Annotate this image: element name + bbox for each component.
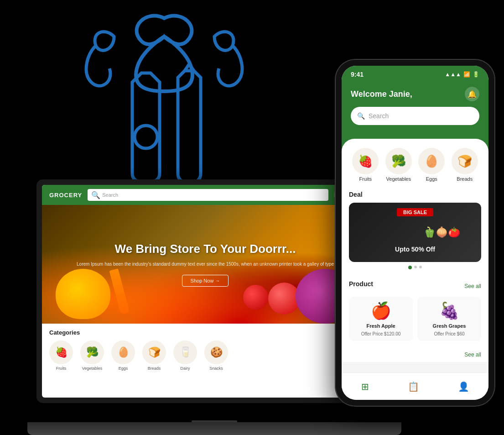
laptop-search-bar[interactable]: 🔍 Search xyxy=(88,189,328,201)
list-item[interactable]: 🍞 Breads xyxy=(142,341,166,371)
phone-welcome-row: Welcome Janie, 🔔 xyxy=(351,87,479,101)
list-item[interactable]: 🥦 Vegetables xyxy=(80,341,104,371)
laptop-search-text: Search xyxy=(102,192,118,198)
laptop-bezel: GROCERY 🔍 Search 🔔 👤 xyxy=(36,179,374,403)
phone-nav-orders[interactable]: 📋 xyxy=(408,381,419,392)
phone-nav-home[interactable]: ⊞ xyxy=(361,381,369,392)
phone-cat-fruits-label: Fruits xyxy=(359,176,372,182)
phone-cat-vegetables-label: Vegetables xyxy=(386,176,411,182)
produce-pepper: 🫑 xyxy=(423,226,436,238)
phone-time: 9:41 xyxy=(351,71,364,78)
list-item[interactable]: 🍪 Snacks xyxy=(204,341,228,371)
phone-see-all-text[interactable]: See all xyxy=(464,351,481,358)
phone-category-row: 🍓 Fruits 🥦 Vegetables 🥚 Eggs 🍞 Breads xyxy=(349,148,481,182)
product-apple-price: Offer Price $120.00 xyxy=(361,331,401,336)
phone: 9:41 ▲▲▲ 📶 🔋 Welcome Janie, 🔔 🔍 Search xyxy=(335,59,499,415)
phone-cat-fruits-icon: 🍓 xyxy=(352,148,379,174)
laptop-hero: We Bring Store To Your Doorrr... Lorem I… xyxy=(42,205,369,324)
laptop-screen: GROCERY 🔍 Search 🔔 👤 xyxy=(42,185,369,398)
phone-search-icon: 🔍 xyxy=(357,112,365,120)
product-grapes-name: Gresh Grapes xyxy=(433,323,466,329)
category-label: Dairy xyxy=(180,366,190,371)
list-item[interactable]: 🍇 Gresh Grapes Offer Price $60 xyxy=(417,297,481,341)
laptop-shop-now-button[interactable]: Shop Now → xyxy=(182,275,229,287)
phone-deal-veggies: 🫑 🧅 🍅 xyxy=(402,203,481,262)
list-item[interactable]: 🥛 Dairy xyxy=(173,341,197,371)
list-item[interactable]: 🍓 Fruits xyxy=(49,341,73,371)
deal-dot-3 xyxy=(419,266,422,268)
phone-status-icons: ▲▲▲ 📶 🔋 xyxy=(445,71,479,78)
laptop-hero-title: We Bring Store To Your Doorrr... xyxy=(77,242,334,256)
background-icons xyxy=(0,0,328,201)
phone-bezel: 9:41 ▲▲▲ 📶 🔋 Welcome Janie, 🔔 🔍 Search xyxy=(335,59,495,406)
product-grapes-icon: 🍇 xyxy=(439,301,460,320)
category-label: Breads xyxy=(148,366,161,371)
laptop-hero-subtitle: Lorem Ipsum has been the industry's stan… xyxy=(77,261,334,267)
phone-product-see-all[interactable]: See all xyxy=(464,283,481,289)
phone-deal-title: Deal xyxy=(349,191,481,198)
phone-cat-vegetables-icon: 🥦 xyxy=(385,148,412,174)
phone-categories-section: 🍓 Fruits 🥦 Vegetables 🥚 Eggs 🍞 Breads xyxy=(342,139,488,191)
wifi-icon: 📶 xyxy=(463,71,470,78)
phone-bell-button[interactable]: 🔔 xyxy=(465,87,479,101)
phone-deal-section: Deal BIG SALE Upto 50% Off 🫑 🧅 🍅 xyxy=(342,191,488,275)
phone-cat-eggs-icon: 🥚 xyxy=(418,148,445,174)
product-apple-icon: 🍎 xyxy=(371,301,391,320)
list-item[interactable]: 🍞 Breads xyxy=(452,148,478,182)
list-item[interactable]: 🥚 Eggs xyxy=(111,341,135,371)
category-icon-breads: 🍞 xyxy=(142,341,166,364)
orders-icon: 📋 xyxy=(408,381,419,392)
laptop-logo: GROCERY xyxy=(49,192,82,199)
laptop-hero-content: We Bring Store To Your Doorrr... Lorem I… xyxy=(58,242,352,287)
phone-nav-profile[interactable]: 👤 xyxy=(458,381,469,392)
category-label: Eggs xyxy=(119,366,128,371)
category-label: Snacks xyxy=(209,366,223,371)
phone-product-title: Product xyxy=(349,280,373,288)
produce-tomato: 🍅 xyxy=(448,226,460,238)
phone-search-bar[interactable]: 🔍 Search xyxy=(351,107,479,125)
product-grapes-price: Offer Price $60 xyxy=(434,331,464,336)
laptop-categories-title: Categories xyxy=(49,329,361,336)
product-apple-name: Fresh Apple xyxy=(366,323,395,329)
deal-dot-1 xyxy=(408,266,412,269)
svg-point-0 xyxy=(135,126,157,148)
category-icon-dairy: 🥛 xyxy=(173,341,197,364)
signal-icon: ▲▲▲ xyxy=(445,71,461,78)
produce-onion: 🧅 xyxy=(436,226,448,238)
laptop-base xyxy=(27,422,401,435)
category-label: Vegetables xyxy=(82,366,103,371)
phone-product-row: 🍎 Fresh Apple Offer Price $120.00 🍇 Gres… xyxy=(349,297,481,341)
category-icon-eggs: 🥚 xyxy=(111,341,135,364)
category-label: Fruits xyxy=(56,366,67,371)
phone-deal-dots xyxy=(349,266,481,269)
phone-product-header: Product See all xyxy=(349,280,481,292)
phone-cat-breads-label: Breads xyxy=(457,176,473,182)
list-item[interactable]: 🥚 Eggs xyxy=(418,148,445,182)
phone-screen: 9:41 ▲▲▲ 📶 🔋 Welcome Janie, 🔔 🔍 Search xyxy=(342,66,488,400)
battery-icon: 🔋 xyxy=(473,71,479,78)
phone-cat-breads-icon: 🍞 xyxy=(452,148,478,174)
category-icon-snacks: 🍪 xyxy=(204,341,228,364)
laptop-categories: Categories 🍓 Fruits 🥦 Vegetables 🥚 Eggs xyxy=(42,324,369,376)
phone-welcome-text: Welcome Janie, xyxy=(351,89,412,99)
profile-icon: 👤 xyxy=(458,381,469,392)
phone-status-bar: 9:41 ▲▲▲ 📶 🔋 xyxy=(342,66,488,83)
phone-deal-card[interactable]: BIG SALE Upto 50% Off 🫑 🧅 🍅 xyxy=(349,203,481,262)
laptop-navbar: GROCERY 🔍 Search 🔔 👤 xyxy=(42,185,369,205)
list-item[interactable]: 🍓 Fruits xyxy=(352,148,379,182)
list-item[interactable]: 🍎 Fresh Apple Offer Price $120.00 xyxy=(349,297,413,341)
laptop-search-icon: 🔍 xyxy=(91,191,100,199)
laptop-category-list: 🍓 Fruits 🥦 Vegetables 🥚 Eggs 🍞 Breads xyxy=(49,341,361,371)
deal-dot-2 xyxy=(414,266,417,268)
category-icon-vegetables: 🥦 xyxy=(80,341,104,364)
list-item[interactable]: 🥦 Vegetables xyxy=(385,148,412,182)
home-icon: ⊞ xyxy=(361,381,369,392)
category-icon-fruits: 🍓 xyxy=(49,341,73,364)
phone-cat-eggs-label: Eggs xyxy=(426,176,437,182)
phone-see-all-bottom: See all xyxy=(342,346,488,362)
veg-tomato-2 xyxy=(243,285,268,310)
phone-product-section: Product See all 🍎 Fresh Apple Offer Pric… xyxy=(342,275,488,346)
phone-search-placeholder: Search xyxy=(369,112,389,120)
phone-bottom-nav: ⊞ 📋 👤 xyxy=(342,372,488,400)
